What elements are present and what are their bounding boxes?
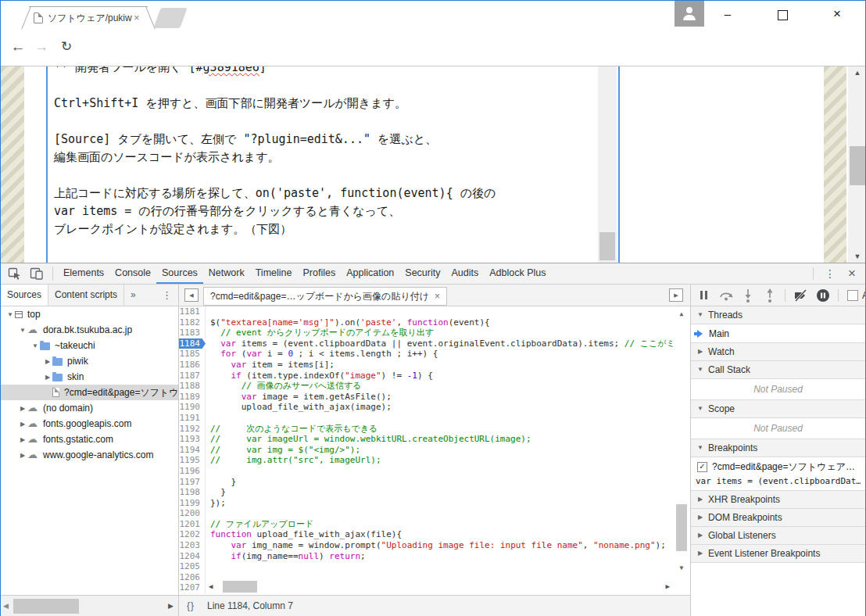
- line-number[interactable]: 1194: [179, 445, 206, 456]
- scroll-left-icon[interactable]: ◀: [3, 596, 9, 616]
- line-number[interactable]: 1196: [179, 466, 206, 477]
- minimize-button[interactable]: –: [708, 1, 747, 29]
- tree-item-www-google-analytics-com[interactable]: ▶☁www.google-analytics.com: [1, 447, 178, 463]
- scope-section-header[interactable]: ▼ Scope: [691, 400, 865, 418]
- more-tabs-icon[interactable]: »: [124, 285, 142, 306]
- source-code-editor[interactable]: 11811182$("textarea[name='msg']").on('pa…: [179, 306, 689, 595]
- line-number[interactable]: 1195: [179, 455, 206, 466]
- line-number[interactable]: 1188: [179, 381, 206, 392]
- chevron-down-icon[interactable]: ▼: [5, 311, 15, 318]
- chevron-right-icon[interactable]: ▶: [43, 374, 52, 381]
- event-listener-breakpoints-header[interactable]: ▶ Event Listener Breakpoints: [691, 545, 865, 563]
- devtools-tab-sources[interactable]: Sources: [156, 263, 203, 284]
- line-number[interactable]: 1185: [179, 349, 206, 360]
- breakpoints-section-header[interactable]: ▼ Breakpoints: [691, 439, 865, 457]
- line-number[interactable]: 1200: [179, 508, 206, 519]
- wiki-edit-textarea[interactable]: ** 開発者ツールを開く [#g38918e6] Ctrl+Shift+I を押…: [46, 66, 620, 263]
- devtools-tab-elements[interactable]: Elements: [58, 263, 109, 284]
- line-number[interactable]: 1192: [179, 424, 206, 435]
- line-number[interactable]: 1187: [179, 371, 206, 381]
- tree-item-fonts-googleapis-com[interactable]: ▶☁fonts.googleapis.com: [1, 416, 178, 432]
- device-toolbar-icon[interactable]: [29, 267, 45, 281]
- xhr-breakpoints-header[interactable]: ▶ XHR Breakpoints: [691, 491, 865, 509]
- line-number[interactable]: 1182: [179, 317, 206, 328]
- chevron-right-icon[interactable]: ▶: [43, 358, 52, 365]
- chevron-right-icon[interactable]: ▶: [18, 421, 27, 428]
- page-scrollbar[interactable]: ▲ ▼: [848, 66, 865, 263]
- thread-main-item[interactable]: Main: [691, 324, 865, 343]
- file-tab-close-icon[interactable]: ×: [435, 291, 440, 302]
- scroll-down-icon[interactable]: ▼: [675, 562, 689, 575]
- line-number[interactable]: 1198: [179, 487, 206, 498]
- chevron-right-icon[interactable]: ▶: [18, 452, 27, 459]
- navigator-horizontal-scrollbar[interactable]: ◀ ▶: [1, 596, 179, 616]
- tree-item-piwik[interactable]: ▶piwik: [1, 353, 178, 369]
- devtools-tab-network[interactable]: Network: [203, 263, 250, 284]
- breakpoint-entry[interactable]: ✓ ?cmd=edit&page=ソフトウェア… var items = (ev…: [691, 457, 865, 491]
- collapse-navigator-icon[interactable]: ◀: [184, 288, 199, 302]
- navigator-menu-icon[interactable]: ⋮: [156, 285, 178, 306]
- devtools-tab-audits[interactable]: Audits: [446, 263, 484, 284]
- line-number[interactable]: 1201: [179, 519, 206, 530]
- browser-tab[interactable]: ソフトウェア/pukiwiki/クリッ ×: [29, 6, 148, 29]
- navigator-tab-content-scripts[interactable]: Content scripts: [48, 285, 124, 306]
- chevron-right-icon[interactable]: ▶: [18, 405, 27, 412]
- tree-item-skin[interactable]: ▶skin: [1, 369, 178, 385]
- editor-horizontal-scrollbar[interactable]: ◀ ▶: [209, 580, 670, 593]
- back-button[interactable]: ←: [7, 36, 29, 58]
- breakpoint-checkbox[interactable]: ✓: [697, 462, 707, 472]
- devtools-close-icon[interactable]: ×: [843, 266, 865, 281]
- line-number[interactable]: 1207: [179, 582, 206, 593]
- chevron-right-icon[interactable]: ▶: [18, 436, 27, 443]
- devtools-tab-profiles[interactable]: Profiles: [297, 263, 341, 284]
- textarea-scrollbar[interactable]: [598, 66, 617, 263]
- editor-vertical-scrollbar[interactable]: ▲ ▼: [675, 306, 689, 576]
- line-number[interactable]: 1193: [179, 434, 206, 445]
- pause-on-exceptions-icon[interactable]: [814, 288, 832, 303]
- scroll-up-icon[interactable]: ▲: [848, 66, 865, 79]
- scroll-down-icon[interactable]: ▼: [848, 250, 865, 263]
- chevron-down-icon[interactable]: ▼: [30, 342, 40, 349]
- step-over-icon[interactable]: [717, 288, 735, 303]
- step-into-icon[interactable]: [739, 288, 757, 303]
- global-listeners-header[interactable]: ▶ Global Listeners: [691, 527, 865, 545]
- scroll-right-icon[interactable]: ▶: [666, 580, 670, 593]
- line-number[interactable]: 1203: [179, 540, 206, 551]
- textarea-scrollbar-thumb[interactable]: [599, 232, 615, 260]
- threads-section-header[interactable]: ▼ Threads: [691, 306, 865, 324]
- line-number[interactable]: 1181: [179, 306, 206, 317]
- deactivate-breakpoints-icon[interactable]: [793, 288, 810, 303]
- line-number[interactable]: 1189: [179, 392, 206, 403]
- tree-item-fonts-gstatic-com[interactable]: ▶☁fonts.gstatic.com: [1, 432, 178, 447]
- line-number[interactable]: 1199: [179, 498, 206, 509]
- navigator-tab-sources[interactable]: Sources: [1, 285, 48, 306]
- devtools-tab-timeline[interactable]: Timeline: [250, 263, 298, 284]
- editor-hscrollbar-thumb[interactable]: [223, 581, 257, 593]
- line-number[interactable]: 1206: [179, 572, 206, 583]
- pretty-print-icon[interactable]: {}: [187, 596, 195, 616]
- breakpoint-line-number[interactable]: 1184: [179, 338, 206, 349]
- breakpoint-code-snippet[interactable]: var items = (event.clipboardDat…: [696, 476, 861, 486]
- async-checkbox[interactable]: [847, 290, 858, 301]
- devtools-tab-security[interactable]: Security: [399, 263, 446, 284]
- new-tab-button[interactable]: [153, 8, 187, 28]
- navigator-hscrollbar-thumb[interactable]: [13, 599, 79, 614]
- editor-scrollbar-thumb[interactable]: [676, 504, 687, 551]
- chevron-down-icon[interactable]: ▼: [18, 327, 27, 334]
- inspect-element-icon[interactable]: [7, 267, 23, 281]
- scroll-right-icon[interactable]: ▶: [168, 596, 174, 616]
- reload-button[interactable]: ↻: [55, 36, 77, 58]
- line-number[interactable]: 1197: [179, 477, 206, 488]
- pause-script-icon[interactable]: [696, 288, 713, 303]
- tree-item-dora-bk-tsukuba-ac-jp[interactable]: ▼☁dora.bk.tsukuba.ac.jp: [1, 322, 178, 338]
- line-number[interactable]: 1204: [179, 551, 206, 562]
- scroll-up-icon[interactable]: ▲: [675, 308, 689, 321]
- line-number[interactable]: 1205: [179, 561, 206, 572]
- dom-breakpoints-header[interactable]: ▶ DOM Breakpoints: [691, 509, 865, 527]
- scroll-left-icon[interactable]: ◀: [209, 580, 213, 593]
- tree-item-cmd-edit-page[interactable]: ?cmd=edit&page=ソフトウ: [1, 385, 178, 400]
- expand-sidebar-icon[interactable]: ▶: [669, 288, 683, 302]
- line-number[interactable]: 1186: [179, 360, 206, 371]
- tab-close-icon[interactable]: ×: [134, 13, 140, 23]
- line-number[interactable]: 1183: [179, 328, 206, 338]
